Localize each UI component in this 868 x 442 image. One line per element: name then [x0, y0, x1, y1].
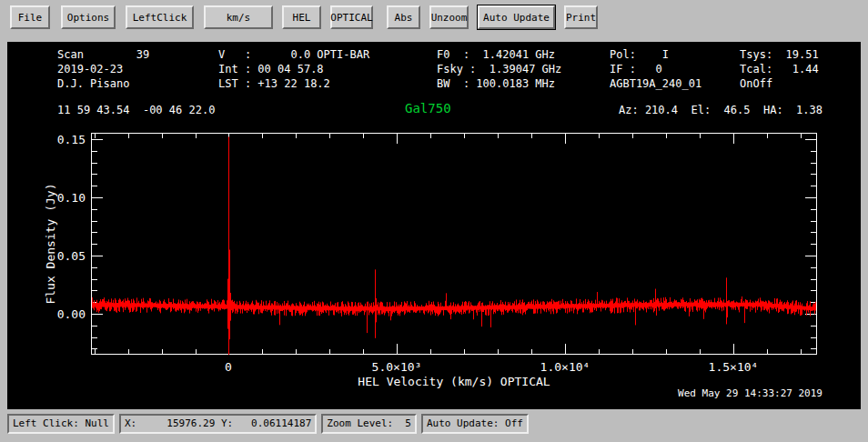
zoom-level-readout: Zoom Level: 5: [321, 414, 417, 434]
print-button[interactable]: Print: [564, 5, 598, 29]
auto-update-readout: Auto Update: Off: [421, 414, 529, 434]
scan-number: Scan 39: [57, 49, 149, 61]
plot-window: Scan 39 2019-02-23 D.J. Pisano V : 0.0 O…: [7, 42, 861, 409]
auto-update-button[interactable]: Auto Update: [478, 5, 555, 29]
az-el-ha-readout: Az: 210.4 El: 46.5 HA: 1.38: [619, 105, 823, 116]
unzoom-button[interactable]: Unzoom: [429, 5, 469, 29]
sky-frequency: Fsky : 1.39047 GHz: [437, 64, 561, 75]
leftclick-menu-button[interactable]: LeftClick: [126, 5, 194, 29]
xunit-menu-button[interactable]: km/s: [204, 5, 273, 29]
left-click-mode-readout: Left Click: Null: [7, 414, 115, 434]
polarization: Pol: I: [610, 49, 669, 61]
observer-name: D.J. Pisano: [57, 78, 129, 90]
velocity-readout: V : 0.0 OPTI-BAR: [218, 49, 369, 61]
file-menu-button[interactable]: File: [10, 5, 50, 29]
xtick-1.5e4: 1.5×10⁴: [709, 360, 759, 374]
tsys-readout: Tsys: 19.51: [740, 49, 819, 61]
plot-timestamp: Wed May 29 14:33:27 2019: [678, 387, 823, 399]
xtick-0: 0: [225, 360, 232, 374]
y-axis-title: Flux Density (Jy): [44, 183, 57, 304]
xtick-5e3: 5.0×10³: [372, 360, 422, 374]
gbt-spectral-display-app: File Options LeftClick km/s HEL OPTICAL …: [0, 0, 868, 442]
tcal-readout: Tcal: 1.44: [740, 64, 819, 75]
source-name: Gal750: [405, 103, 451, 115]
project-id: AGBT19A_240_01: [610, 78, 701, 90]
source-coordinates: 11 59 43.54 -00 46 22.0: [57, 105, 215, 116]
scan-date: 2019-02-23: [57, 64, 123, 75]
x-axis-title: HEL Velocity (km/s) OPTICAL: [358, 375, 550, 388]
rest-frequency: F0 : 1.42041 GHz: [437, 49, 555, 61]
options-menu-button[interactable]: Options: [61, 5, 116, 29]
integration-time: Int : 00 04 57.8: [218, 64, 324, 75]
procedure-name: OnOff: [740, 78, 772, 90]
toolbar: File Options LeftClick km/s HEL OPTICAL …: [0, 0, 868, 40]
lst-readout: LST : +13 22 18.2: [218, 78, 330, 90]
xtick-1e4: 1.0×10⁴: [540, 360, 590, 374]
ytick-0.00: 0.00: [45, 307, 86, 321]
velocity-frame-button[interactable]: HEL: [282, 5, 321, 29]
abs-button[interactable]: Abs: [387, 5, 420, 29]
spectrum-plot-canvas[interactable]: [91, 133, 817, 355]
cursor-xy-readout: X: 15976.29 Y: 0.06114187: [119, 414, 317, 434]
status-bar: Left Click: Null X: 15976.29 Y: 0.061141…: [7, 414, 529, 434]
velocity-definition-button[interactable]: OPTICAL: [330, 5, 373, 29]
ytick-0.15: 0.15: [45, 133, 86, 146]
bandwidth: BW : 100.0183 MHz: [437, 78, 555, 90]
if-number: IF : 0: [610, 64, 662, 75]
